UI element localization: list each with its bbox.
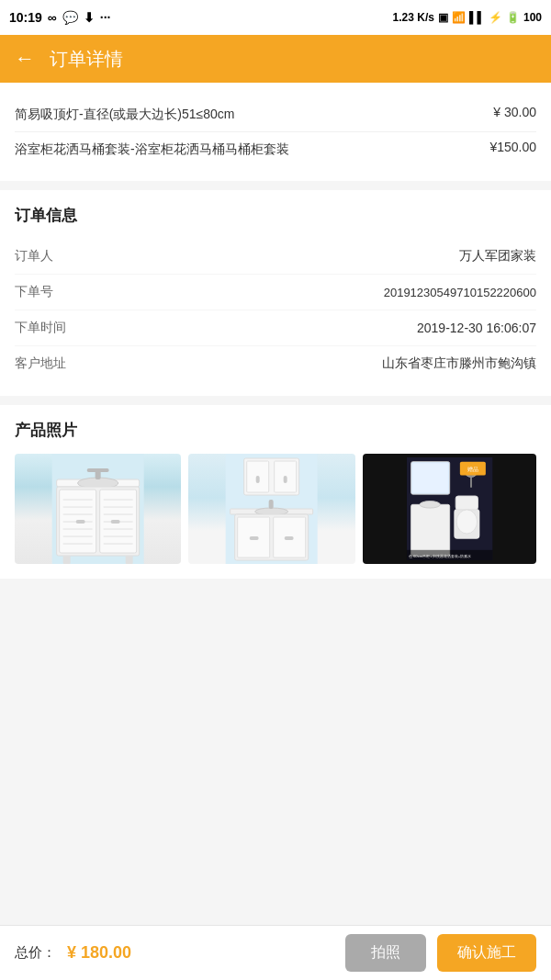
message-icon: 💬 (62, 10, 78, 25)
ordernum-value: 20191230549710152220600 (384, 286, 536, 299)
ordertime-label: 下单时间 (15, 320, 66, 336)
address-label: 客户地址 (15, 355, 66, 372)
wifi-icon: 📶 (452, 11, 466, 24)
charge-icon: ⚡ (489, 11, 502, 24)
svg-point-45 (456, 510, 477, 534)
svg-rect-4 (87, 468, 109, 472)
svg-rect-22 (76, 520, 85, 524)
svg-text:赠品: 赠品 (467, 466, 478, 472)
item-name-1: 简易吸顶灯-直径(或最大边长)51≤80cm (15, 105, 493, 124)
info-row-orderer: 订单人 万人军团家装 (15, 239, 536, 275)
svg-rect-49 (412, 464, 447, 493)
back-button[interactable]: ← (15, 47, 35, 71)
svg-rect-24 (63, 556, 71, 564)
photos-section: 产品照片 (0, 405, 551, 579)
total-price: ¥ 180.00 (67, 943, 334, 963)
item-row-2: 浴室柜花洒马桶套装-浴室柜花洒马桶马桶柜套装 ¥150.00 (15, 132, 536, 166)
item-price-1: ¥ 30.00 (493, 105, 536, 119)
svg-rect-30 (256, 476, 260, 483)
status-right: 1.23 K/s ▣ 📶 ▌▌ ⚡ 🔋 100 (393, 11, 542, 24)
svg-text:色 60cm吊柜+归洗器花洒套装+防溅水: 色 60cm吊柜+归洗器花洒套装+防溅水 (409, 554, 471, 558)
svg-rect-31 (284, 476, 287, 483)
total-label: 总价： (15, 944, 56, 962)
sim-icon: ▣ (438, 11, 448, 24)
svg-rect-46 (410, 504, 449, 556)
address-value: 山东省枣庄市滕州市鲍沟镇 (382, 355, 536, 372)
header: ← 订单详情 (0, 35, 551, 83)
bottom-bar: 总价： ¥ 180.00 拍照 确认施工 (0, 925, 551, 980)
battery-level: 100 (523, 11, 542, 24)
svg-rect-25 (126, 556, 133, 564)
svg-point-47 (420, 501, 440, 508)
svg-rect-23 (111, 520, 120, 524)
dots-icon: ··· (100, 10, 111, 25)
signal-bars: ▌▌ (469, 11, 485, 24)
time-display: 10:19 (9, 10, 42, 25)
orderer-label: 订单人 (15, 248, 53, 265)
info-row-ordertime: 下单时间 2019-12-30 16:06:07 (15, 310, 536, 346)
confirm-button[interactable]: 确认施工 (437, 934, 536, 972)
network-speed: 1.23 K/s (393, 11, 434, 24)
photos-grid: 赠品 色 60cm吊柜+归洗器花洒套装+防溅水 (15, 454, 536, 564)
photo-item-1 (15, 454, 181, 564)
svg-rect-39 (285, 536, 294, 540)
ordertime-value: 2019-12-30 16:06:07 (417, 321, 536, 335)
info-row-address: 客户地址 山东省枣庄市滕州市鲍沟镇 (15, 346, 536, 381)
infinity-icon: ∞ (48, 10, 57, 25)
order-info-card: 订单信息 订单人 万人军团家装 下单号 20191230549710152220… (0, 190, 551, 396)
info-row-ordernum: 下单号 20191230549710152220600 (15, 275, 536, 310)
ordernum-label: 下单号 (15, 284, 53, 300)
items-card: 简易吸顶灯-直径(或最大边长)51≤80cm ¥ 30.00 浴室柜花洒马桶套装… (0, 83, 551, 181)
svg-rect-44 (455, 496, 478, 510)
svg-rect-34 (269, 500, 274, 509)
svg-rect-38 (250, 536, 259, 540)
status-bar: 10:19 ∞ 💬 ⬇ ··· 1.23 K/s ▣ 📶 ▌▌ ⚡ 🔋 100 (0, 0, 551, 35)
photo-item-2 (188, 454, 354, 564)
download-icon: ⬇ (84, 10, 95, 25)
photos-title: 产品照片 (15, 420, 536, 441)
item-name-2: 浴室柜花洒马桶套装-浴室柜花洒马桶马桶柜套装 (15, 140, 489, 159)
orderer-value: 万人军团家装 (459, 248, 536, 265)
item-row-1: 简易吸顶灯-直径(或最大边长)51≤80cm ¥ 30.00 (15, 97, 536, 132)
battery-icon: 🔋 (506, 11, 520, 24)
status-left: 10:19 ∞ 💬 ⬇ ··· (9, 10, 110, 25)
order-info-title: 订单信息 (15, 205, 536, 226)
page-title: 订单详情 (50, 47, 123, 72)
item-price-2: ¥150.00 (489, 140, 536, 154)
photo-button[interactable]: 拍照 (345, 934, 426, 972)
photo-item-3: 赠品 色 60cm吊柜+归洗器花洒套装+防溅水 (363, 454, 536, 564)
